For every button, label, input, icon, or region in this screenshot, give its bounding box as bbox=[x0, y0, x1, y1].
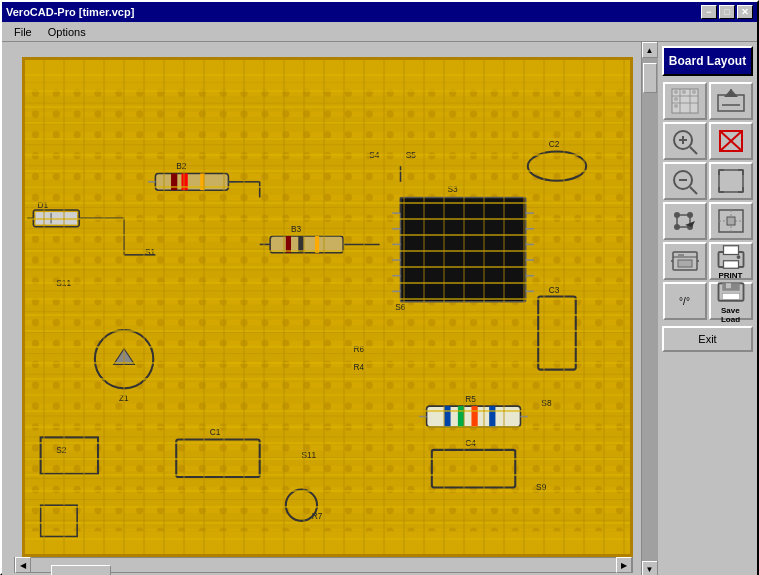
board-layout-button[interactable]: Board Layout bbox=[662, 46, 753, 76]
svg-point-80 bbox=[528, 152, 586, 181]
svg-rect-74 bbox=[176, 439, 259, 477]
tool-row-5: PRINT bbox=[662, 242, 753, 280]
svg-text:R5: R5 bbox=[465, 394, 476, 404]
svg-point-100 bbox=[674, 97, 678, 101]
svg-rect-68 bbox=[458, 406, 464, 427]
label-s2: S2 bbox=[56, 445, 67, 455]
svg-point-101 bbox=[674, 104, 678, 108]
scroll-right-bar: ▲ ▼ bbox=[641, 42, 657, 575]
component-b3: B3 bbox=[263, 224, 351, 253]
component-tool[interactable] bbox=[663, 242, 707, 280]
svg-rect-152 bbox=[726, 283, 731, 288]
import-tool[interactable] bbox=[709, 82, 753, 120]
wiring bbox=[82, 166, 400, 255]
component-d1: D1 bbox=[27, 200, 85, 227]
title-bar: VeroCAD-Pro [timer.vcp] − □ ✕ bbox=[2, 2, 757, 22]
window-title: VeroCAD-Pro [timer.vcp] bbox=[6, 6, 134, 18]
component-c4: C4 bbox=[432, 438, 515, 488]
svg-rect-37 bbox=[181, 173, 187, 190]
svg-point-99 bbox=[674, 90, 678, 94]
scroll-right-button[interactable]: ▶ bbox=[616, 557, 632, 573]
move-tool[interactable] bbox=[663, 202, 707, 240]
svg-line-116 bbox=[690, 187, 697, 194]
close-button[interactable]: ✕ bbox=[737, 5, 753, 19]
label-s4: S4 bbox=[369, 150, 380, 160]
svg-marker-64 bbox=[114, 349, 135, 365]
label-s5: S5 bbox=[406, 150, 417, 160]
scroll-horizontal-thumb[interactable] bbox=[51, 565, 111, 575]
options-menu[interactable]: Options bbox=[40, 24, 94, 40]
svg-rect-45 bbox=[315, 236, 319, 253]
maximize-button[interactable]: □ bbox=[719, 5, 735, 19]
align-tool[interactable] bbox=[709, 202, 753, 240]
svg-point-63 bbox=[95, 330, 153, 388]
component-motor: Z1 bbox=[95, 330, 153, 403]
svg-rect-70 bbox=[489, 406, 495, 427]
svg-point-93 bbox=[286, 490, 317, 521]
label-r7: R7 bbox=[312, 511, 323, 521]
svg-text:B3: B3 bbox=[291, 224, 302, 234]
right-toolbar: Board Layout bbox=[657, 42, 757, 575]
label-s8: S8 bbox=[541, 398, 552, 408]
svg-point-102 bbox=[682, 90, 686, 94]
exit-area: Exit bbox=[662, 326, 753, 352]
component-r5: R5 bbox=[419, 394, 527, 427]
minimize-button[interactable]: − bbox=[701, 5, 717, 19]
label-r6: R6 bbox=[354, 344, 365, 354]
save-load-button[interactable]: SaveLoad bbox=[709, 282, 753, 320]
exit-button[interactable]: Exit bbox=[662, 326, 753, 352]
tool-row-4 bbox=[662, 202, 753, 240]
svg-rect-44 bbox=[298, 236, 303, 253]
label-s6: S6 bbox=[395, 302, 406, 312]
zoom-out-tool[interactable] bbox=[663, 162, 707, 200]
svg-rect-67 bbox=[444, 406, 450, 427]
component-s2 bbox=[41, 437, 98, 474]
svg-rect-38 bbox=[200, 173, 204, 190]
fit-tool[interactable] bbox=[709, 162, 753, 200]
svg-rect-143 bbox=[678, 260, 692, 267]
scroll-down-button[interactable]: ▼ bbox=[642, 561, 658, 575]
pcb-board[interactable]: D1 B2 bbox=[22, 57, 633, 557]
scroll-left-button[interactable]: ◀ bbox=[15, 557, 31, 573]
tool-row-2 bbox=[662, 122, 753, 160]
svg-text:C4: C4 bbox=[465, 438, 476, 448]
svg-rect-92 bbox=[41, 505, 78, 536]
svg-rect-91 bbox=[41, 437, 98, 474]
scroll-vertical-thumb[interactable] bbox=[643, 63, 657, 93]
label-s9: S9 bbox=[536, 482, 547, 492]
component-c3: C3 bbox=[538, 285, 576, 369]
pcb-svg: D1 B2 bbox=[25, 60, 630, 554]
svg-text:S3: S3 bbox=[447, 184, 458, 194]
svg-text:B2: B2 bbox=[176, 161, 187, 171]
ratio-tool[interactable]: °/° bbox=[663, 282, 707, 320]
svg-rect-147 bbox=[723, 245, 738, 254]
component-r7 bbox=[286, 490, 317, 521]
svg-rect-6 bbox=[25, 83, 630, 532]
svg-rect-118 bbox=[719, 170, 743, 192]
svg-rect-104 bbox=[718, 95, 744, 111]
svg-rect-4 bbox=[25, 83, 630, 532]
label-s1: S1 bbox=[145, 247, 156, 257]
scroll-vertical-track bbox=[642, 58, 658, 561]
svg-rect-153 bbox=[722, 293, 740, 299]
svg-text:C3: C3 bbox=[549, 285, 560, 295]
canvas-area: D1 B2 bbox=[2, 42, 641, 575]
tool-row-6: °/° SaveLoad bbox=[662, 282, 753, 320]
svg-rect-69 bbox=[471, 406, 477, 427]
label-s11: S11 bbox=[56, 278, 71, 288]
component-c1: C1 bbox=[176, 427, 259, 477]
grid-pattern-tool[interactable] bbox=[663, 82, 707, 120]
print-button[interactable]: PRINT bbox=[709, 242, 753, 280]
zoom-in-tool[interactable] bbox=[663, 122, 707, 160]
delete-tool[interactable] bbox=[709, 122, 753, 160]
svg-rect-66 bbox=[427, 406, 521, 427]
title-bar-buttons: − □ ✕ bbox=[701, 5, 753, 19]
component-b2: B2 bbox=[148, 161, 236, 190]
svg-rect-36 bbox=[171, 173, 177, 190]
scroll-up-button[interactable]: ▲ bbox=[642, 42, 658, 58]
svg-text:D1: D1 bbox=[38, 200, 49, 210]
file-menu[interactable]: File bbox=[6, 24, 40, 40]
svg-rect-78 bbox=[538, 297, 576, 370]
svg-rect-49 bbox=[401, 197, 526, 301]
svg-text:Z1: Z1 bbox=[119, 393, 129, 403]
